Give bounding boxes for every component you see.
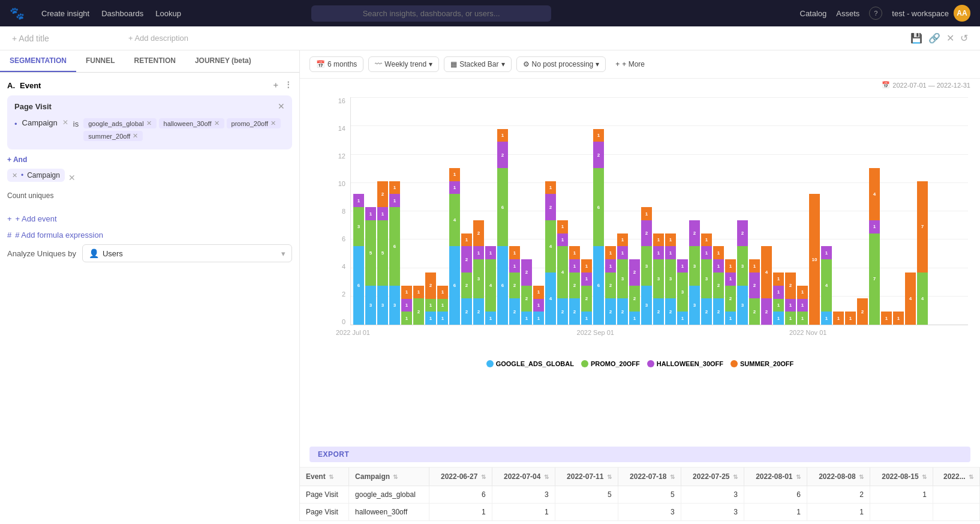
time-range-button[interactable]: 📅 6 months: [309, 56, 363, 72]
chart-type-button[interactable]: ▦ Stacked Bar ▾: [444, 56, 511, 72]
add-description-button[interactable]: + Add description: [128, 34, 188, 43]
col-2022-07-11[interactable]: 2022-07-11 ⇅: [555, 468, 618, 486]
stacked-bar[interactable]: 112: [425, 273, 436, 325]
add-event-button[interactable]: + + Add event: [0, 214, 299, 223]
stacked-bar[interactable]: 4: [905, 273, 916, 325]
stacked-bar[interactable]: 4421: [545, 181, 556, 325]
bar-segment-label: 6: [501, 205, 504, 210]
stacked-bar[interactable]: 131: [677, 259, 688, 325]
breakdown-close-icon[interactable]: ✕: [68, 173, 76, 182]
col-2022-08-08[interactable]: 2022-08-08 ⇅: [807, 468, 870, 486]
breakdown-x-icon[interactable]: ✕: [12, 172, 17, 179]
stacked-bar[interactable]: 3611: [389, 181, 400, 325]
stacked-bar[interactable]: 3512: [377, 181, 388, 325]
stacked-bar[interactable]: 3321: [641, 207, 652, 325]
close-icon[interactable]: ✕: [946, 32, 954, 44]
stacked-bar[interactable]: 2211: [713, 246, 724, 325]
event-close-button[interactable]: ✕: [278, 101, 285, 111]
stacked-bar[interactable]: 221: [749, 259, 760, 325]
stacked-bar[interactable]: 1211: [725, 259, 736, 325]
stacked-bar[interactable]: 2311: [665, 233, 676, 325]
trend-button[interactable]: 〰 Weekly trend ▾: [368, 56, 439, 72]
nav-assets[interactable]: Assets: [836, 9, 859, 18]
nav-lookup[interactable]: Lookup: [155, 9, 181, 18]
stacked-bar[interactable]: 111: [401, 286, 412, 325]
link-icon[interactable]: 🔗: [928, 32, 940, 44]
stacked-bar[interactable]: 10: [809, 194, 820, 325]
stacked-bar[interactable]: 332: [737, 220, 748, 325]
col-event[interactable]: Event ⇅: [300, 468, 349, 486]
search-input[interactable]: [311, 5, 551, 22]
add-formula-button[interactable]: # # Add formula expression: [0, 230, 299, 239]
stacked-bar[interactable]: 1: [893, 312, 904, 325]
tab-segmentation[interactable]: SEGMENTATION: [0, 50, 76, 72]
remove-tag-google[interactable]: ✕: [146, 119, 152, 127]
stacked-bar[interactable]: 141: [485, 246, 496, 325]
stacked-bar[interactable]: 332: [689, 220, 700, 325]
stacked-bar[interactable]: 24: [761, 246, 772, 325]
stacked-bar[interactable]: 6411: [449, 168, 460, 325]
filter-remove-icon[interactable]: ✕: [62, 118, 68, 127]
stacked-bar[interactable]: 122: [521, 259, 532, 325]
cell-val-2-2: 1: [492, 504, 555, 521]
stacked-bar[interactable]: 714: [869, 168, 880, 325]
tab-funnel[interactable]: FUNNEL: [76, 50, 125, 72]
stacked-bar[interactable]: 111: [437, 286, 448, 325]
and-label[interactable]: + And: [7, 155, 292, 164]
col-2022-07-18[interactable]: 2022-07-18 ⇅: [618, 468, 681, 486]
col-more[interactable]: 2022... ⇅: [933, 468, 979, 486]
stacked-bar[interactable]: 6621: [497, 129, 508, 325]
tab-retention[interactable]: RETENTION: [125, 50, 185, 72]
stacked-bar[interactable]: 47: [917, 181, 928, 325]
bar-segment: 2: [521, 259, 532, 286]
refresh-icon[interactable]: ↺: [960, 32, 968, 44]
col-2022-07-25[interactable]: 2022-07-25 ⇅: [681, 468, 744, 486]
stacked-bar[interactable]: 2312: [473, 220, 484, 325]
nav-create-insight[interactable]: Create insight: [41, 9, 89, 18]
stacked-bar[interactable]: 351: [365, 207, 376, 325]
stacked-bar[interactable]: 6621: [593, 129, 604, 325]
stacked-bar[interactable]: 1: [881, 312, 892, 325]
stacked-bar[interactable]: 2311: [653, 233, 664, 325]
stacked-bar[interactable]: 2: [857, 298, 868, 325]
remove-tag-halloween[interactable]: ✕: [214, 119, 220, 127]
help-icon[interactable]: ?: [869, 7, 882, 20]
col-2022-06-27[interactable]: 2022-06-27 ⇅: [429, 468, 492, 486]
stacked-bar[interactable]: 2221: [461, 233, 472, 325]
add-event-icon[interactable]: ＋: [272, 80, 279, 91]
analyze-select[interactable]: 👤 Users ▾: [82, 244, 292, 262]
stacked-bar[interactable]: 1111: [773, 273, 784, 325]
stacked-bar[interactable]: 112: [785, 273, 796, 325]
col-2022-07-04[interactable]: 2022-07-04 ⇅: [492, 468, 555, 486]
col-campaign[interactable]: Campaign ⇅: [349, 468, 429, 486]
stacked-bar[interactable]: 2311: [701, 233, 712, 325]
stacked-bar[interactable]: 1211: [581, 259, 592, 325]
stacked-bar[interactable]: 122: [629, 259, 640, 325]
export-button[interactable]: EXPORT: [309, 447, 970, 462]
more-button[interactable]: + + More: [611, 57, 650, 71]
more-options-icon[interactable]: ⋮: [284, 80, 292, 91]
bar-segment-label: 2: [549, 205, 552, 210]
post-processing-button[interactable]: ⚙ No post processing ▾: [516, 56, 606, 72]
tab-journey[interactable]: JOURNEY (beta): [185, 50, 261, 72]
stacked-bar[interactable]: 2311: [617, 233, 628, 325]
stacked-bar[interactable]: 111: [797, 286, 808, 325]
col-2022-08-01[interactable]: 2022-08-01 ⇅: [744, 468, 807, 486]
nav-catalog[interactable]: Catalog: [800, 9, 827, 18]
stacked-bar[interactable]: 111: [533, 286, 544, 325]
stacked-bar[interactable]: 631: [353, 194, 364, 325]
stacked-bar[interactable]: 2211: [509, 246, 520, 325]
stacked-bar[interactable]: 141: [821, 246, 832, 325]
stacked-bar[interactable]: 21: [413, 286, 424, 325]
remove-tag-promo[interactable]: ✕: [270, 119, 276, 127]
stacked-bar[interactable]: 1: [833, 312, 844, 325]
stacked-bar[interactable]: 1: [845, 312, 856, 325]
remove-tag-summer[interactable]: ✕: [133, 132, 138, 140]
stacked-bar[interactable]: 2211: [569, 246, 580, 325]
stacked-bar[interactable]: 2211: [605, 246, 616, 325]
nav-dashboards[interactable]: Dashboards: [101, 9, 143, 18]
stacked-bar[interactable]: 2411: [557, 220, 568, 325]
save-icon[interactable]: 💾: [910, 32, 922, 44]
col-2022-08-15[interactable]: 2022-08-15 ⇅: [870, 468, 933, 486]
add-title-button[interactable]: + Add title: [12, 34, 49, 43]
